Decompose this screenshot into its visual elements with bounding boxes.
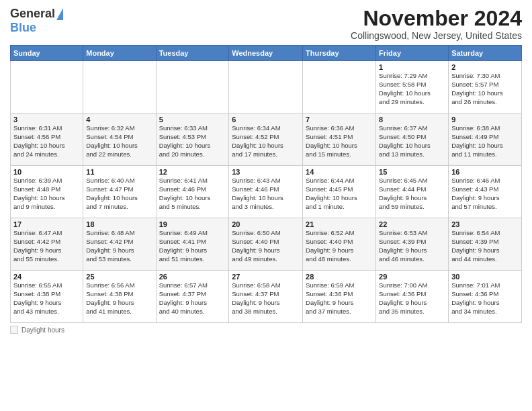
header: General Blue November 2024 Collingswood,… <box>10 7 522 41</box>
day-number: 21 <box>306 220 373 228</box>
day-number: 12 <box>159 168 226 176</box>
day-info: Sunrise: 6:33 AM Sunset: 4:53 PM Dayligh… <box>159 124 226 158</box>
day-number: 6 <box>232 116 300 124</box>
calendar-week-row: 17Sunrise: 6:47 AM Sunset: 4:42 PM Dayli… <box>11 218 522 271</box>
day-number: 8 <box>379 116 445 124</box>
logo-general-text: General <box>10 7 55 21</box>
title-block: November 2024 Collingswood, New Jersey, … <box>351 7 522 41</box>
calendar-cell: 30Sunrise: 7:01 AM Sunset: 4:36 PM Dayli… <box>449 271 522 323</box>
calendar-cell: 29Sunrise: 7:00 AM Sunset: 4:36 PM Dayli… <box>376 271 449 323</box>
calendar-cell: 9Sunrise: 6:38 AM Sunset: 4:49 PM Daylig… <box>449 113 522 166</box>
calendar-cell: 17Sunrise: 6:47 AM Sunset: 4:42 PM Dayli… <box>11 218 83 271</box>
day-info: Sunrise: 6:46 AM Sunset: 4:43 PM Dayligh… <box>451 177 519 211</box>
day-info: Sunrise: 6:52 AM Sunset: 4:40 PM Dayligh… <box>306 229 373 263</box>
calendar-cell <box>303 61 376 113</box>
day-number: 23 <box>451 220 519 228</box>
day-info: Sunrise: 7:29 AM Sunset: 5:58 PM Dayligh… <box>379 72 445 106</box>
day-info: Sunrise: 6:40 AM Sunset: 4:47 PM Dayligh… <box>86 177 152 211</box>
day-number: 4 <box>86 116 152 124</box>
calendar-cell <box>229 61 303 113</box>
day-number: 1 <box>379 63 445 71</box>
day-number: 3 <box>13 116 80 124</box>
calendar-cell: 4Sunrise: 6:32 AM Sunset: 4:54 PM Daylig… <box>83 113 156 166</box>
day-info: Sunrise: 6:38 AM Sunset: 4:49 PM Dayligh… <box>451 124 519 158</box>
calendar-cell: 11Sunrise: 6:40 AM Sunset: 4:47 PM Dayli… <box>83 166 156 218</box>
day-info: Sunrise: 7:01 AM Sunset: 4:36 PM Dayligh… <box>451 281 519 316</box>
logo-triangle-icon <box>56 8 63 20</box>
logo: General Blue <box>10 7 63 35</box>
day-number: 26 <box>159 273 226 281</box>
calendar-cell: 16Sunrise: 6:46 AM Sunset: 4:43 PM Dayli… <box>449 166 522 218</box>
calendar-cell: 12Sunrise: 6:41 AM Sunset: 4:46 PM Dayli… <box>156 166 229 218</box>
calendar-cell: 19Sunrise: 6:49 AM Sunset: 4:41 PM Dayli… <box>156 218 229 271</box>
day-info: Sunrise: 6:50 AM Sunset: 4:40 PM Dayligh… <box>232 229 300 263</box>
day-info: Sunrise: 6:32 AM Sunset: 4:54 PM Dayligh… <box>86 124 152 158</box>
calendar-cell: 6Sunrise: 6:34 AM Sunset: 4:52 PM Daylig… <box>229 113 303 166</box>
col-header-monday: Monday <box>83 46 156 61</box>
day-number: 16 <box>451 168 519 176</box>
day-number: 22 <box>379 220 445 228</box>
day-info: Sunrise: 6:31 AM Sunset: 4:56 PM Dayligh… <box>13 124 80 158</box>
day-info: Sunrise: 6:36 AM Sunset: 4:51 PM Dayligh… <box>306 124 373 158</box>
day-info: Sunrise: 6:57 AM Sunset: 4:37 PM Dayligh… <box>159 281 226 316</box>
col-header-saturday: Saturday <box>449 46 522 61</box>
day-number: 2 <box>451 63 519 71</box>
calendar-cell <box>11 61 83 113</box>
calendar-cell: 20Sunrise: 6:50 AM Sunset: 4:40 PM Dayli… <box>229 218 303 271</box>
day-info: Sunrise: 6:34 AM Sunset: 4:52 PM Dayligh… <box>232 124 300 158</box>
day-number: 14 <box>306 168 373 176</box>
calendar-cell: 14Sunrise: 6:44 AM Sunset: 4:45 PM Dayli… <box>303 166 376 218</box>
calendar-cell: 24Sunrise: 6:55 AM Sunset: 4:38 PM Dayli… <box>11 271 83 323</box>
day-info: Sunrise: 6:53 AM Sunset: 4:39 PM Dayligh… <box>379 229 445 263</box>
day-info: Sunrise: 6:41 AM Sunset: 4:46 PM Dayligh… <box>159 177 226 211</box>
day-info: Sunrise: 6:45 AM Sunset: 4:44 PM Dayligh… <box>379 177 445 211</box>
day-number: 17 <box>13 220 80 228</box>
calendar-cell: 1Sunrise: 7:29 AM Sunset: 5:58 PM Daylig… <box>376 61 449 113</box>
calendar-cell: 18Sunrise: 6:48 AM Sunset: 4:42 PM Dayli… <box>83 218 156 271</box>
day-info: Sunrise: 7:00 AM Sunset: 4:36 PM Dayligh… <box>379 281 445 316</box>
calendar-cell: 7Sunrise: 6:36 AM Sunset: 4:51 PM Daylig… <box>303 113 376 166</box>
day-info: Sunrise: 6:59 AM Sunset: 4:36 PM Dayligh… <box>306 281 373 316</box>
day-info: Sunrise: 6:49 AM Sunset: 4:41 PM Dayligh… <box>159 229 226 263</box>
calendar-cell: 5Sunrise: 6:33 AM Sunset: 4:53 PM Daylig… <box>156 113 229 166</box>
day-info: Sunrise: 6:56 AM Sunset: 4:38 PM Dayligh… <box>86 281 152 316</box>
calendar-cell <box>156 61 229 113</box>
calendar-cell <box>83 61 156 113</box>
calendar-header-row: SundayMondayTuesdayWednesdayThursdayFrid… <box>11 46 522 61</box>
day-number: 11 <box>86 168 152 176</box>
day-number: 24 <box>13 273 80 281</box>
col-header-sunday: Sunday <box>11 46 83 61</box>
month-title: November 2024 <box>351 7 522 30</box>
day-info: Sunrise: 7:30 AM Sunset: 5:57 PM Dayligh… <box>451 72 519 106</box>
calendar-cell: 8Sunrise: 6:37 AM Sunset: 4:50 PM Daylig… <box>376 113 449 166</box>
day-number: 30 <box>451 273 519 281</box>
day-info: Sunrise: 6:58 AM Sunset: 4:37 PM Dayligh… <box>232 281 300 316</box>
day-info: Sunrise: 6:37 AM Sunset: 4:50 PM Dayligh… <box>379 124 445 158</box>
day-number: 5 <box>159 116 226 124</box>
col-header-tuesday: Tuesday <box>156 46 229 61</box>
logo-blue-text: Blue <box>10 21 36 35</box>
daylight-hours-label: Daylight hours <box>21 326 64 334</box>
calendar-cell: 3Sunrise: 6:31 AM Sunset: 4:56 PM Daylig… <box>11 113 83 166</box>
day-info: Sunrise: 6:43 AM Sunset: 4:46 PM Dayligh… <box>232 177 300 211</box>
calendar-cell: 21Sunrise: 6:52 AM Sunset: 4:40 PM Dayli… <box>303 218 376 271</box>
page: General Blue November 2024 Collingswood,… <box>0 0 532 411</box>
day-number: 13 <box>232 168 300 176</box>
day-info: Sunrise: 6:47 AM Sunset: 4:42 PM Dayligh… <box>13 229 80 263</box>
day-info: Sunrise: 6:48 AM Sunset: 4:42 PM Dayligh… <box>86 229 152 263</box>
location-text: Collingswood, New Jersey, United States <box>351 30 522 41</box>
day-info: Sunrise: 6:44 AM Sunset: 4:45 PM Dayligh… <box>306 177 373 211</box>
day-number: 29 <box>379 273 445 281</box>
day-info: Sunrise: 6:39 AM Sunset: 4:48 PM Dayligh… <box>13 177 80 211</box>
day-number: 18 <box>86 220 152 228</box>
col-header-friday: Friday <box>376 46 449 61</box>
col-header-thursday: Thursday <box>303 46 376 61</box>
calendar-cell: 26Sunrise: 6:57 AM Sunset: 4:37 PM Dayli… <box>156 271 229 323</box>
day-number: 28 <box>306 273 373 281</box>
col-header-wednesday: Wednesday <box>229 46 303 61</box>
calendar-week-row: 1Sunrise: 7:29 AM Sunset: 5:58 PM Daylig… <box>11 61 522 113</box>
calendar-week-row: 3Sunrise: 6:31 AM Sunset: 4:56 PM Daylig… <box>11 113 522 166</box>
calendar-cell: 23Sunrise: 6:54 AM Sunset: 4:39 PM Dayli… <box>449 218 522 271</box>
day-number: 19 <box>159 220 226 228</box>
calendar-cell: 2Sunrise: 7:30 AM Sunset: 5:57 PM Daylig… <box>449 61 522 113</box>
